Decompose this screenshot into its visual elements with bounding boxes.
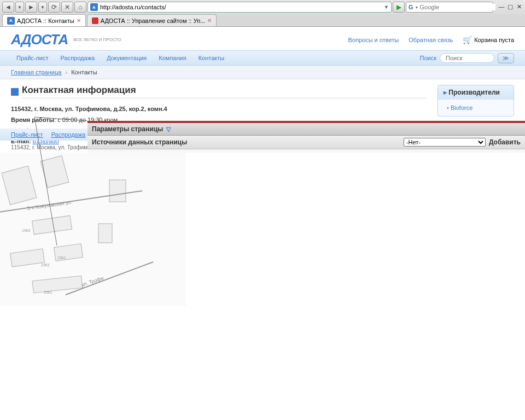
tab-favicon-icon: A <box>7 17 15 25</box>
svg-rect-5 <box>32 276 83 293</box>
minimize-button[interactable]: — <box>498 3 505 11</box>
tab-favicon-icon <box>92 18 98 24</box>
add-source-button[interactable]: Добавить <box>489 138 521 146</box>
main-nav: Прайс-лист Распродажа Документация Компа… <box>0 50 525 66</box>
svg-rect-2 <box>32 215 72 234</box>
url-input[interactable] <box>100 4 382 10</box>
logo[interactable]: АДОСТА <box>11 31 68 48</box>
map-street-label: 5-я Кожуховская ул. <box>27 199 73 211</box>
reload-button[interactable]: ⟳ <box>48 2 60 13</box>
header-link-feedback[interactable]: Обратная связь <box>409 37 453 43</box>
nav-forward-dropdown[interactable]: ▼ <box>38 2 47 13</box>
nav-item-company[interactable]: Компания <box>153 51 191 65</box>
admin-panel-header[interactable]: Параметры страницы ▽ <box>88 122 525 136</box>
nav-item-contacts[interactable]: Контакты <box>193 51 230 65</box>
browser-tab-0[interactable]: A АДОСТА :: Контакты ✕ <box>2 14 86 26</box>
admin-row-menu[interactable]: Меню <box>88 149 525 153</box>
header-cart[interactable]: 🛒 Корзина пуста <box>463 36 514 44</box>
nav-item-docs[interactable]: Документация <box>101 51 152 65</box>
data-sources-title: Источники данных страницы <box>92 138 187 146</box>
admin-panel: Параметры страницы ▽ Источники данных ст… <box>88 121 525 153</box>
url-dropdown-icon[interactable]: ▼ <box>384 4 389 10</box>
cart-label: Корзина пуста <box>474 37 514 43</box>
browser-toolbar: ◄ ▼ ► ▼ ⟳ ✕ ⌂ A ▼ ▶ G ▾ — ▢ ✕ <box>0 0 525 14</box>
nav-back-dropdown[interactable]: ▼ <box>15 2 24 13</box>
page-title-icon <box>11 88 19 96</box>
nav-search-button[interactable]: ≫ <box>498 53 514 63</box>
nav-back-button[interactable]: ◄ <box>2 2 14 13</box>
background-map: 5-я Кожуховская ул. ул. Трофи 19К2 23К2 … <box>0 153 186 306</box>
stop-button[interactable]: ✕ <box>61 2 73 13</box>
tab-close-icon[interactable]: ✕ <box>207 18 212 24</box>
footer-link-pricelist[interactable]: Прайс-лист <box>11 131 43 138</box>
browser-search[interactable]: G ▾ <box>406 2 493 13</box>
hours-label: Время работы <box>11 116 54 123</box>
page-title: Контактная информация <box>22 85 427 98</box>
map-street-label: ул. Трофи <box>81 275 104 287</box>
svg-rect-0 <box>2 166 37 205</box>
logo-tagline: ВСЕ ЛЕГКО И ПРОСТО <box>73 37 121 42</box>
page-header: АДОСТА ВСЕ ЛЕГКО И ПРОСТО Вопросы и отве… <box>0 27 525 50</box>
sidebar-manufacturers: Производители Bioforce <box>438 85 514 116</box>
browser-tab-1[interactable]: АДОСТА :: Управление сайтом :: Уп... ✕ <box>87 14 217 26</box>
sidebar-title[interactable]: Производители <box>438 85 514 100</box>
contact-address: 115432, г. Москва, ул. Трофимова, д.25, … <box>11 106 167 112</box>
browser-search-input[interactable] <box>420 4 495 10</box>
tab-label: АДОСТА :: Управление сайтом :: Уп... <box>101 18 206 24</box>
svg-text:23К1: 23К1 <box>57 256 66 260</box>
google-icon: G <box>409 4 413 10</box>
url-bar[interactable]: A ▼ <box>88 2 392 13</box>
home-button[interactable]: ⌂ <box>74 2 86 13</box>
nav-forward-button[interactable]: ► <box>25 2 37 13</box>
sidebar-item-bioforce[interactable]: Bioforce <box>438 103 514 113</box>
nav-item-sale[interactable]: Распродажа <box>55 51 101 65</box>
svg-text:19К2: 19К2 <box>22 229 31 232</box>
svg-rect-3 <box>10 249 45 267</box>
admin-panel-title: Параметры страницы <box>92 125 163 133</box>
nav-item-pricelist[interactable]: Прайс-лист <box>11 51 54 65</box>
tab-close-icon[interactable]: ✕ <box>77 18 81 24</box>
go-button[interactable]: ▶ <box>393 2 405 13</box>
svg-text:29К1: 29К1 <box>44 290 52 294</box>
svg-rect-7 <box>98 224 112 243</box>
svg-text:23К2: 23К2 <box>41 263 50 267</box>
breadcrumb-current: Контакты <box>71 69 97 75</box>
svg-rect-1 <box>40 156 69 188</box>
breadcrumb: Главная страница › Контакты <box>0 66 525 79</box>
collapse-icon[interactable]: ▽ <box>166 126 171 133</box>
browser-tabs: A АДОСТА :: Контакты ✕ АДОСТА :: Управле… <box>0 14 525 26</box>
header-link-faq[interactable]: Вопросы и ответы <box>348 37 399 43</box>
tab-label: АДОСТА :: Контакты <box>17 18 74 24</box>
maximize-button[interactable]: ▢ <box>506 3 514 11</box>
cart-icon: 🛒 <box>463 36 472 44</box>
favicon-icon: A <box>90 3 98 11</box>
nav-search-label: Поиск <box>420 55 436 61</box>
breadcrumb-home[interactable]: Главная страница <box>11 69 61 75</box>
nav-search-input[interactable] <box>440 53 494 63</box>
admin-data-sources-header: Источники данных страницы -Нет- Добавить <box>88 136 525 149</box>
close-button[interactable]: ✕ <box>515 3 523 11</box>
footer-link-sale[interactable]: Распродажа <box>51 131 86 138</box>
data-source-select[interactable]: -Нет- <box>404 138 486 147</box>
svg-rect-6 <box>109 180 126 202</box>
